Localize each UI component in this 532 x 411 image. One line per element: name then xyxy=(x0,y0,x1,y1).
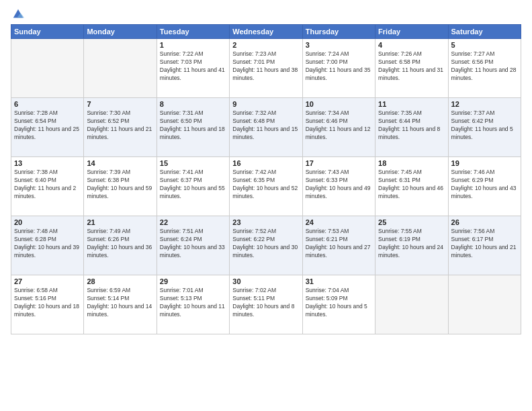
logo-icon xyxy=(12,8,24,20)
day-info: Sunrise: 7:04 AMSunset: 5:09 PMDaylight:… xyxy=(306,287,372,319)
calendar-week-row: 27Sunrise: 6:58 AMSunset: 5:16 PMDayligh… xyxy=(11,275,521,334)
calendar-cell: 10Sunrise: 7:34 AMSunset: 6:46 PMDayligh… xyxy=(302,98,375,157)
day-number: 23 xyxy=(232,218,299,226)
calendar-header-monday: Monday xyxy=(84,25,157,39)
day-info: Sunrise: 7:01 AMSunset: 5:13 PMDaylight:… xyxy=(160,287,226,319)
day-info: Sunrise: 7:26 AMSunset: 6:58 PMDaylight:… xyxy=(378,50,445,83)
header xyxy=(11,8,521,20)
calendar-week-row: 6Sunrise: 7:28 AMSunset: 6:54 PMDaylight… xyxy=(11,98,521,157)
calendar-cell: 22Sunrise: 7:51 AMSunset: 6:24 PMDayligh… xyxy=(157,216,229,275)
day-info: Sunrise: 7:32 AMSunset: 6:48 PMDaylight:… xyxy=(232,109,299,142)
day-info: Sunrise: 7:41 AMSunset: 6:37 PMDaylight:… xyxy=(160,169,226,201)
calendar-cell: 17Sunrise: 7:43 AMSunset: 6:33 PMDayligh… xyxy=(302,157,375,216)
day-number: 13 xyxy=(14,159,81,167)
day-number: 27 xyxy=(14,277,81,285)
day-number: 26 xyxy=(451,218,518,226)
day-info: Sunrise: 7:45 AMSunset: 6:31 PMDaylight:… xyxy=(378,169,445,201)
calendar-cell: 20Sunrise: 7:48 AMSunset: 6:28 PMDayligh… xyxy=(11,216,84,275)
day-info: Sunrise: 7:28 AMSunset: 6:54 PMDaylight:… xyxy=(14,109,81,142)
calendar-cell: 31Sunrise: 7:04 AMSunset: 5:09 PMDayligh… xyxy=(302,275,375,334)
day-number: 17 xyxy=(306,159,372,167)
day-info: Sunrise: 7:30 AMSunset: 6:52 PMDaylight:… xyxy=(87,109,153,142)
day-info: Sunrise: 7:49 AMSunset: 6:26 PMDaylight:… xyxy=(87,228,153,260)
calendar-cell: 9Sunrise: 7:32 AMSunset: 6:48 PMDaylight… xyxy=(230,98,302,157)
day-number: 21 xyxy=(87,218,153,226)
page: SundayMondayTuesdayWednesdayThursdayFrid… xyxy=(0,0,532,411)
day-number: 6 xyxy=(14,100,81,108)
calendar-cell: 25Sunrise: 7:55 AMSunset: 6:19 PMDayligh… xyxy=(375,216,448,275)
day-number: 18 xyxy=(378,159,445,167)
calendar-table: SundayMondayTuesdayWednesdayThursdayFrid… xyxy=(11,24,521,334)
calendar-week-row: 20Sunrise: 7:48 AMSunset: 6:28 PMDayligh… xyxy=(11,216,521,275)
day-info: Sunrise: 7:51 AMSunset: 6:24 PMDaylight:… xyxy=(160,228,226,260)
day-number: 19 xyxy=(451,159,518,167)
day-info: Sunrise: 7:53 AMSunset: 6:21 PMDaylight:… xyxy=(306,228,372,260)
calendar-cell: 16Sunrise: 7:42 AMSunset: 6:35 PMDayligh… xyxy=(230,157,302,216)
day-number: 29 xyxy=(160,277,226,285)
calendar-header-tuesday: Tuesday xyxy=(157,25,229,39)
day-info: Sunrise: 7:02 AMSunset: 5:11 PMDaylight:… xyxy=(232,287,299,319)
day-info: Sunrise: 7:55 AMSunset: 6:19 PMDaylight:… xyxy=(378,228,445,260)
calendar-header-sunday: Sunday xyxy=(11,25,84,39)
calendar-cell: 15Sunrise: 7:41 AMSunset: 6:37 PMDayligh… xyxy=(157,157,229,216)
day-info: Sunrise: 6:59 AMSunset: 5:14 PMDaylight:… xyxy=(87,287,153,319)
day-info: Sunrise: 7:38 AMSunset: 6:40 PMDaylight:… xyxy=(14,169,81,201)
day-number: 5 xyxy=(451,41,518,49)
day-info: Sunrise: 7:43 AMSunset: 6:33 PMDaylight:… xyxy=(306,169,372,201)
calendar-week-row: 13Sunrise: 7:38 AMSunset: 6:40 PMDayligh… xyxy=(11,157,521,216)
day-number: 1 xyxy=(160,41,226,49)
calendar-cell: 29Sunrise: 7:01 AMSunset: 5:13 PMDayligh… xyxy=(157,275,229,334)
calendar-cell xyxy=(11,39,84,98)
day-number: 22 xyxy=(160,218,226,226)
day-info: Sunrise: 7:27 AMSunset: 6:56 PMDaylight:… xyxy=(451,50,518,83)
calendar-cell: 26Sunrise: 7:56 AMSunset: 6:17 PMDayligh… xyxy=(448,216,521,275)
calendar-cell: 4Sunrise: 7:26 AMSunset: 6:58 PMDaylight… xyxy=(375,39,448,98)
calendar-cell: 1Sunrise: 7:22 AMSunset: 7:03 PMDaylight… xyxy=(157,39,229,98)
day-info: Sunrise: 7:35 AMSunset: 6:44 PMDaylight:… xyxy=(378,109,445,142)
calendar-cell xyxy=(84,39,157,98)
calendar-cell: 24Sunrise: 7:53 AMSunset: 6:21 PMDayligh… xyxy=(302,216,375,275)
day-number: 15 xyxy=(160,159,226,167)
day-info: Sunrise: 6:58 AMSunset: 5:16 PMDaylight:… xyxy=(14,287,81,319)
day-number: 14 xyxy=(87,159,153,167)
calendar-cell: 5Sunrise: 7:27 AMSunset: 6:56 PMDaylight… xyxy=(448,39,521,98)
day-number: 16 xyxy=(232,159,299,167)
calendar-header-thursday: Thursday xyxy=(302,25,375,39)
calendar-header-wednesday: Wednesday xyxy=(230,25,302,39)
calendar-cell xyxy=(375,275,448,334)
calendar-cell: 21Sunrise: 7:49 AMSunset: 6:26 PMDayligh… xyxy=(84,216,157,275)
day-number: 30 xyxy=(232,277,299,285)
day-number: 7 xyxy=(87,100,153,108)
day-number: 25 xyxy=(378,218,445,226)
calendar-cell: 6Sunrise: 7:28 AMSunset: 6:54 PMDaylight… xyxy=(11,98,84,157)
calendar-cell: 30Sunrise: 7:02 AMSunset: 5:11 PMDayligh… xyxy=(230,275,302,334)
day-number: 20 xyxy=(14,218,81,226)
day-info: Sunrise: 7:31 AMSunset: 6:50 PMDaylight:… xyxy=(160,109,226,142)
day-info: Sunrise: 7:23 AMSunset: 7:01 PMDaylight:… xyxy=(232,50,299,83)
day-info: Sunrise: 7:42 AMSunset: 6:35 PMDaylight:… xyxy=(232,169,299,201)
calendar-week-row: 1Sunrise: 7:22 AMSunset: 7:03 PMDaylight… xyxy=(11,39,521,98)
calendar-cell: 2Sunrise: 7:23 AMSunset: 7:01 PMDaylight… xyxy=(230,39,302,98)
calendar-cell: 7Sunrise: 7:30 AMSunset: 6:52 PMDaylight… xyxy=(84,98,157,157)
day-number: 24 xyxy=(306,218,372,226)
calendar-cell: 27Sunrise: 6:58 AMSunset: 5:16 PMDayligh… xyxy=(11,275,84,334)
day-info: Sunrise: 7:48 AMSunset: 6:28 PMDaylight:… xyxy=(14,228,81,260)
day-info: Sunrise: 7:56 AMSunset: 6:17 PMDaylight:… xyxy=(451,228,518,260)
logo xyxy=(11,8,24,20)
calendar-cell: 11Sunrise: 7:35 AMSunset: 6:44 PMDayligh… xyxy=(375,98,448,157)
day-number: 3 xyxy=(306,41,372,49)
day-info: Sunrise: 7:37 AMSunset: 6:42 PMDaylight:… xyxy=(451,109,518,142)
day-number: 8 xyxy=(160,100,226,108)
calendar-cell: 8Sunrise: 7:31 AMSunset: 6:50 PMDaylight… xyxy=(157,98,229,157)
calendar-cell: 12Sunrise: 7:37 AMSunset: 6:42 PMDayligh… xyxy=(448,98,521,157)
calendar-cell: 14Sunrise: 7:39 AMSunset: 6:38 PMDayligh… xyxy=(84,157,157,216)
day-number: 10 xyxy=(306,100,372,108)
calendar-cell: 18Sunrise: 7:45 AMSunset: 6:31 PMDayligh… xyxy=(375,157,448,216)
calendar-header-saturday: Saturday xyxy=(448,25,521,39)
calendar-cell: 28Sunrise: 6:59 AMSunset: 5:14 PMDayligh… xyxy=(84,275,157,334)
calendar-cell: 3Sunrise: 7:24 AMSunset: 7:00 PMDaylight… xyxy=(302,39,375,98)
day-info: Sunrise: 7:52 AMSunset: 6:22 PMDaylight:… xyxy=(232,228,299,260)
day-number: 2 xyxy=(232,41,299,49)
day-number: 12 xyxy=(451,100,518,108)
day-number: 28 xyxy=(87,277,153,285)
